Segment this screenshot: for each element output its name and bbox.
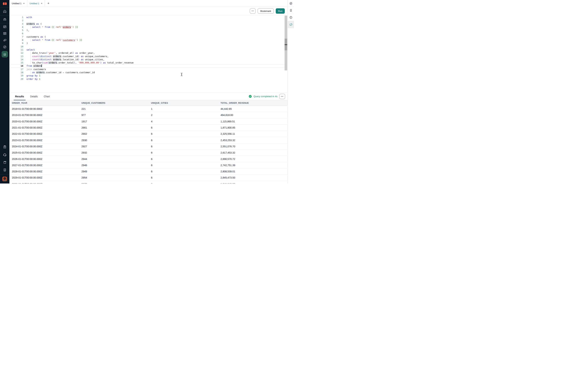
- code-token: '): [75, 39, 78, 41]
- table-cell: 6: [149, 151, 218, 154]
- table-row[interactable]: 2029-01-01T00:00:00.000Z295462,845,473.9…: [9, 175, 288, 181]
- close-icon[interactable]: ✕: [41, 2, 43, 5]
- projects-stack-icon[interactable]: [0, 17, 9, 22]
- sidebar-divider: [0, 7, 9, 8]
- screens-icon[interactable]: [0, 38, 9, 43]
- organization-building-icon[interactable]: [0, 167, 9, 173]
- results-more-button[interactable]: •••: [279, 94, 285, 99]
- table-row[interactable]: 2026-01-01T00:00:00.000Z294462,690,570.7…: [9, 156, 288, 162]
- table-cell: 6: [149, 158, 218, 160]
- code-token: {{: [52, 26, 54, 28]
- code-token: *: [42, 39, 43, 41]
- support-headset-icon[interactable]: [0, 152, 9, 157]
- table-cell: 2019-01-01T00:00:00.000Z: [9, 114, 79, 117]
- sql-editor[interactable]: 1with23orders as (4select * from {{ ref(…: [9, 15, 288, 92]
- new-tab-button[interactable]: +: [45, 0, 52, 7]
- code-line[interactable]: 12date_trunc('year', ordered_at) as orde…: [9, 51, 288, 55]
- history-clock-icon[interactable]: [288, 14, 294, 21]
- explore-compass-icon[interactable]: [0, 44, 9, 50]
- code-line[interactable]: 2: [9, 19, 288, 22]
- workstation-laptop-icon[interactable]: [0, 51, 9, 58]
- docs-book-icon[interactable]: [0, 159, 9, 165]
- tab-details[interactable]: Details: [30, 92, 38, 100]
- table-cell: 44,442.65: [218, 108, 288, 110]
- table-cell: 977: [79, 114, 149, 117]
- table-row[interactable]: 2023-01-01T00:00:00.000Z293062,453,253.3…: [9, 137, 288, 143]
- code-line[interactable]: 8select * from {{ ref('customers') }}: [9, 39, 288, 42]
- code-line[interactable]: 19group by 1: [9, 74, 288, 77]
- code-token: ): [78, 55, 79, 58]
- code-line[interactable]: 5),: [9, 29, 288, 32]
- line-number: 7: [9, 35, 23, 39]
- code-line[interactable]: 20order by 1: [9, 77, 288, 81]
- column-header[interactable]: UNIQUE_CUSTOMERS: [79, 102, 149, 104]
- tab-results[interactable]: Results: [15, 92, 24, 100]
- code-token: 1: [39, 78, 40, 80]
- code-line[interactable]: 3orders as (: [9, 22, 288, 25]
- table-row[interactable]: 2028-01-01T00:00:00.000Z294962,808,539.0…: [9, 168, 288, 175]
- more-options-button[interactable]: •••: [250, 8, 256, 14]
- code-line[interactable]: 18on orders.customer_id = customers.cust…: [9, 71, 288, 74]
- bookmark-icon[interactable]: [288, 7, 294, 14]
- code-token: select: [32, 39, 41, 41]
- code-token: [41, 39, 42, 41]
- home-icon[interactable]: [0, 9, 9, 14]
- code-line[interactable]: 13count(distinct orders.customer_id) as …: [9, 55, 288, 58]
- code-line[interactable]: 4select * from {{ ref('orders') }}: [9, 25, 288, 29]
- code-line[interactable]: 10: [9, 45, 288, 48]
- close-icon[interactable]: ✕: [23, 2, 25, 5]
- code-token: ref(': [56, 26, 63, 28]
- table-cell: 1,115,869.51: [218, 120, 288, 123]
- tab-untitled-1-inactive[interactable]: Untitled 1 ✕: [27, 0, 45, 7]
- table-row[interactable]: 2021-01-01T00:00:00.000Z266161,871,800.8…: [9, 125, 288, 131]
- code-line[interactable]: 6: [9, 32, 288, 35]
- ai-chat-sparkles-icon[interactable]: [288, 21, 294, 28]
- hex-logo-icon[interactable]: [0, 1, 9, 6]
- table-row[interactable]: 2030-01-01T00:00:00.000Z287961,841,049.3…: [9, 181, 288, 184]
- table-row[interactable]: 2018-01-01T00:00:00.000Z221144,442.65: [9, 106, 288, 112]
- code-token: as: [36, 23, 39, 25]
- column-header[interactable]: TOTAL_ORDER_REVENUE: [218, 102, 288, 104]
- code-token: count: [32, 58, 39, 61]
- table-row[interactable]: 2019-01-01T00:00:00.000Z9772494,818.00: [9, 112, 288, 118]
- code-line[interactable]: 15to_char(sum(orders.order_total), '999,…: [9, 61, 288, 64]
- code-line[interactable]: 7customers as (: [9, 35, 288, 39]
- tab-chart[interactable]: Chart: [44, 92, 50, 100]
- app-grid-icon[interactable]: [0, 24, 9, 29]
- tab-untitled-1-active[interactable]: Untitled 1 ✕: [9, 0, 27, 7]
- line-number: 6: [9, 32, 23, 35]
- table-cell: 2028-01-01T00:00:00.000Z: [9, 170, 79, 173]
- user-avatar[interactable]: [0, 176, 9, 181]
- code-line[interactable]: 16from orders: [9, 64, 288, 67]
- sidebar-divider: [0, 174, 9, 175]
- code-line[interactable]: 17join customers: [9, 68, 288, 71]
- clipboard-icon[interactable]: [0, 144, 9, 150]
- bookmark-button[interactable]: Bookmark: [258, 8, 274, 14]
- code-token: [41, 26, 42, 28]
- line-number: 2: [9, 19, 23, 22]
- run-button[interactable]: Run: [276, 8, 285, 14]
- table-cell: 2902: [79, 133, 149, 135]
- code-token: orders: [33, 65, 42, 67]
- tab-label: Untitled 1: [29, 2, 39, 5]
- table-row[interactable]: 2027-01-01T00:00:00.000Z294662,742,751.3…: [9, 162, 288, 168]
- code-window-icon[interactable]: [0, 31, 9, 36]
- table-cell: 2,551,076.70: [218, 145, 288, 148]
- editor-scrollbar[interactable]: [285, 16, 287, 70]
- code-line[interactable]: 14count(distinct orders.location_id) as …: [9, 58, 288, 61]
- sidebar-divider: [0, 15, 9, 16]
- code-line[interactable]: 9): [9, 42, 288, 45]
- table-row[interactable]: 2020-01-01T00:00:00.000Z191741,115,869.5…: [9, 118, 288, 125]
- compass-icon[interactable]: [288, 0, 294, 7]
- table-row[interactable]: 2024-01-01T00:00:00.000Z292762,551,076.7…: [9, 143, 288, 150]
- column-header[interactable]: UNIQUE_CITIES: [149, 102, 218, 104]
- code-line[interactable]: 11select: [9, 48, 288, 51]
- code-token: '999,999,999.00': [78, 61, 100, 64]
- column-header[interactable]: ORDER_YEAR: [9, 102, 79, 104]
- code-token: .location_id: [61, 58, 78, 61]
- table-row[interactable]: 2022-01-01T00:00:00.000Z290262,325,556.1…: [9, 131, 288, 137]
- code-line[interactable]: 1with: [9, 16, 288, 19]
- query-status-text: Query completed in 4s: [253, 95, 277, 98]
- table-row[interactable]: 2025-01-01T00:00:00.000Z293262,617,453.3…: [9, 150, 288, 156]
- code-token: 'year': [47, 52, 56, 54]
